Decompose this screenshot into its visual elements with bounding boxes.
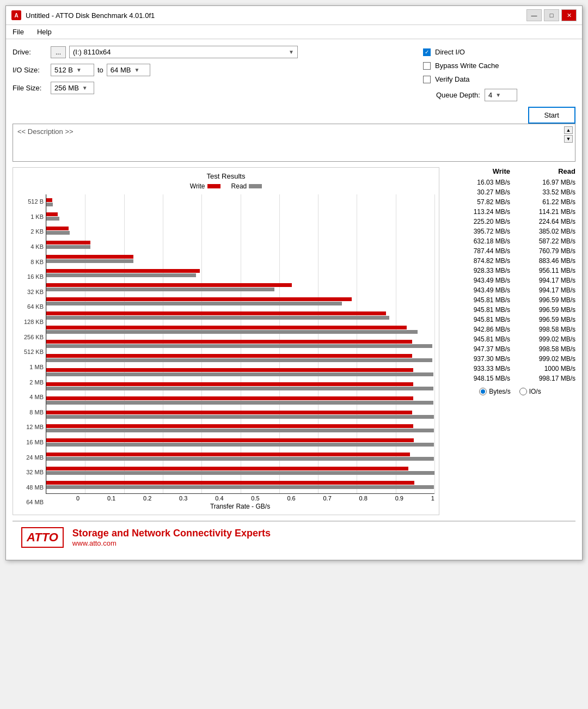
read-value: 587.22 MB/s	[510, 237, 575, 245]
read-bar	[46, 457, 434, 461]
queue-depth-row: Queue Depth: 4 ▼	[423, 89, 575, 101]
data-rows-container: 16.03 MB/s16.97 MB/s30.27 MB/s33.52 MB/s…	[445, 178, 575, 383]
direct-io-check-mark: ✓	[425, 50, 429, 55]
left-config: Drive: ... (I:) 8110x64 ▼ I/O Size: 512 …	[13, 46, 412, 124]
write-bar	[46, 411, 412, 414]
io-to-label: to	[97, 66, 103, 74]
bar-row	[46, 240, 434, 249]
read-bar	[46, 471, 434, 475]
direct-io-checkbox[interactable]: ✓	[423, 48, 431, 56]
bar-row	[46, 438, 434, 447]
scroll-up-arrow[interactable]: ▲	[564, 126, 573, 134]
write-bar	[46, 255, 133, 259]
x-tick: 0.2	[143, 495, 151, 502]
write-bar	[46, 283, 292, 287]
io-from-dropdown[interactable]: 512 B ▼	[51, 64, 94, 76]
x-axis-title: Transfer Rate - GB/s	[46, 503, 434, 510]
top-section: Drive: ... (I:) 8110x64 ▼ I/O Size: 512 …	[13, 46, 575, 124]
read-legend: Read	[231, 182, 262, 190]
write-bar	[46, 382, 413, 386]
read-bar	[46, 415, 434, 419]
file-size-dropdown[interactable]: 256 MB ▼	[51, 82, 94, 94]
read-bar	[46, 288, 274, 291]
menu-bar: File Help	[6, 25, 582, 39]
right-config: ✓ Direct I/O Bypass Write Cache Verify D…	[423, 46, 575, 124]
start-button[interactable]: Start	[528, 107, 575, 124]
io-from-arrow: ▼	[76, 67, 82, 73]
write-bar	[46, 396, 413, 400]
menu-help[interactable]: Help	[35, 27, 54, 37]
read-value: 61.22 MB/s	[510, 198, 575, 206]
table-row: 874.82 MB/s883.46 MB/s	[445, 256, 575, 266]
io-size-label: I/O Size:	[13, 66, 51, 74]
drive-label: Drive:	[13, 48, 51, 56]
data-table-wrapper: Write Read 16.03 MB/s16.97 MB/s30.27 MB/…	[445, 167, 575, 515]
table-row: 113.24 MB/s114.21 MB/s	[445, 207, 575, 217]
read-value: 994.17 MB/s	[510, 286, 575, 294]
file-size-row: File Size: 256 MB ▼	[13, 82, 412, 94]
menu-file[interactable]: File	[10, 27, 26, 37]
drive-browse-button[interactable]: ...	[51, 46, 66, 58]
read-legend-label: Read	[231, 182, 247, 190]
read-bar	[46, 401, 433, 405]
bar-label: 256 KB	[17, 334, 44, 341]
bar-label: 2 KB	[17, 228, 44, 235]
grid-line	[434, 194, 435, 493]
queue-depth-dropdown[interactable]: 4 ▼	[485, 89, 517, 101]
io-radio[interactable]: IO/s	[519, 388, 541, 395]
verify-data-label: Verify Data	[435, 75, 470, 83]
write-value: 937.30 MB/s	[445, 355, 510, 363]
bytes-radio[interactable]: Bytes/s	[479, 388, 510, 395]
read-bar	[46, 203, 53, 206]
io-radio-circle[interactable]	[519, 388, 527, 395]
bar-label: 64 KB	[17, 303, 44, 310]
scroll-down-arrow[interactable]: ▼	[564, 135, 573, 143]
close-button[interactable]: ✕	[561, 9, 577, 21]
title-bar: A Untitled - ATTO Disk Benchmark 4.01.0f…	[6, 6, 582, 25]
bar-row	[46, 353, 434, 363]
write-bar	[46, 227, 69, 230]
read-bar	[46, 273, 196, 277]
drive-row: Drive: ... (I:) 8110x64 ▼	[13, 46, 412, 58]
write-value: 945.81 MB/s	[445, 335, 510, 343]
footer-banner: ATTO Storage and Network Connectivity Ex…	[13, 521, 575, 553]
bytes-radio-circle[interactable]	[479, 388, 487, 395]
write-value: 947.37 MB/s	[445, 345, 510, 353]
bar-label: 2 MB	[17, 379, 44, 386]
direct-io-label: Direct I/O	[435, 48, 465, 56]
write-value: 632.18 MB/s	[445, 237, 510, 245]
table-row: 943.49 MB/s994.17 MB/s	[445, 285, 575, 295]
direct-io-row: ✓ Direct I/O	[423, 48, 575, 56]
minimize-button[interactable]: —	[526, 9, 542, 21]
bypass-write-cache-checkbox[interactable]	[423, 62, 431, 70]
x-tick: 0.6	[287, 495, 295, 502]
read-value: 1000 MB/s	[510, 365, 575, 372]
table-row: 933.33 MB/s1000 MB/s	[445, 364, 575, 374]
read-value: 999.02 MB/s	[510, 355, 575, 363]
bar-row	[46, 311, 434, 320]
app-icon: A	[11, 10, 21, 20]
drive-select[interactable]: (I:) 8110x64 ▼	[69, 46, 298, 58]
read-value: 999.02 MB/s	[510, 335, 575, 343]
io-to-value: 64 MB	[111, 66, 131, 74]
io-to-dropdown[interactable]: 64 MB ▼	[107, 64, 150, 76]
maximize-button[interactable]: □	[544, 9, 559, 21]
bar-row	[46, 368, 434, 377]
description-scrollbar[interactable]: ▲ ▼	[564, 126, 573, 143]
write-value: 113.24 MB/s	[445, 208, 510, 216]
write-bar	[46, 340, 412, 344]
io-from-value: 512 B	[54, 66, 73, 74]
bar-label: 512 KB	[17, 349, 44, 356]
read-bar	[46, 485, 434, 489]
write-value: 942.86 MB/s	[445, 326, 510, 333]
bar-label: 48 MB	[17, 484, 44, 491]
queue-depth-value: 4	[488, 91, 492, 99]
read-value: 998.17 MB/s	[510, 375, 575, 382]
chart-container: Test Results Write Read 512 B1 KB2 KB4 K…	[13, 167, 439, 515]
table-row: 57.82 MB/s61.22 MB/s	[445, 197, 575, 207]
read-value: 994.17 MB/s	[510, 277, 575, 284]
read-value: 956.11 MB/s	[510, 267, 575, 274]
read-bar	[46, 316, 389, 320]
verify-data-checkbox[interactable]	[423, 76, 431, 83]
bar-label: 4 MB	[17, 394, 44, 401]
